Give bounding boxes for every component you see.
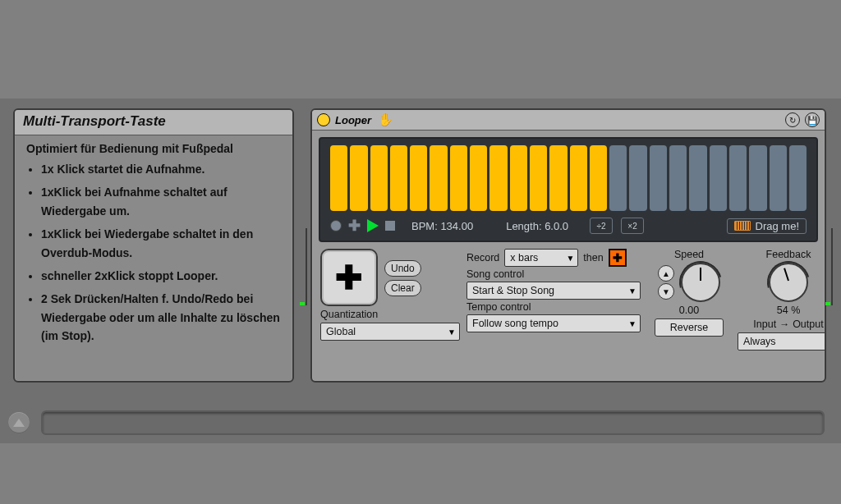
io-monitor-select[interactable]: Always▼	[738, 332, 826, 351]
io-monitor-value: Always	[743, 336, 776, 347]
drag-loop-handle[interactable]: Drag me!	[727, 218, 807, 234]
loop-segment	[330, 145, 347, 211]
loop-segment	[450, 145, 467, 211]
loop-segment	[749, 145, 766, 211]
undo-button[interactable]: Undo	[384, 260, 421, 277]
tempo-control-select[interactable]: Follow song tempo▼	[466, 314, 641, 332]
play-icon[interactable]	[367, 219, 379, 232]
loop-segment	[609, 145, 627, 211]
drag-label: Drag me!	[756, 220, 799, 232]
help-panel-lead: Optimiert für Bedienung mit Fußpedal	[26, 142, 283, 155]
help-item: 1xKlick bei Aufnahme schaltet auf Wieder…	[41, 183, 283, 220]
loop-segment	[430, 145, 447, 211]
loop-segment	[729, 145, 747, 211]
feedback-knob[interactable]	[769, 263, 808, 302]
overdub-icon[interactable]: ✚	[348, 221, 361, 231]
quantization-select[interactable]: Global▼	[320, 323, 460, 341]
length-readout: Length: 6.0.0	[506, 220, 568, 232]
waveform-icon	[734, 221, 751, 231]
loop-segment	[530, 145, 547, 211]
help-item: schneller 2xKlick stoppt Looper.	[41, 267, 283, 285]
tempo-control-value: Follow song tempo	[472, 318, 558, 329]
half-length-button[interactable]: ÷2	[590, 218, 613, 234]
device-left-meter	[301, 228, 307, 305]
device-enable-toggle[interactable]	[317, 113, 330, 126]
looper-device: Looper ✋ ↻ 💾 ✚ BPM: 134.00 Length: 6.0.0	[310, 108, 826, 383]
then-action-button[interactable]: ✚	[609, 249, 627, 267]
bpm-readout: BPM: 134.00	[411, 220, 473, 232]
loop-segment	[470, 145, 487, 211]
loop-segment	[570, 145, 587, 211]
triangle-up-icon	[13, 419, 25, 427]
double-length-button[interactable]: ×2	[621, 218, 644, 234]
loop-segment	[549, 145, 567, 211]
feedback-readout: 54 %	[777, 305, 801, 316]
loop-segment	[390, 145, 407, 211]
speed-label: Speed	[674, 249, 704, 260]
stop-icon[interactable]	[385, 221, 395, 231]
help-item: 1x Klick startet die Aufnahme.	[41, 160, 283, 178]
help-item: 2 Sek Drücken/Halten f. Undo/Redo bei Wi…	[41, 290, 283, 345]
quantization-label: Quantization	[320, 309, 460, 320]
loop-segment	[629, 145, 646, 211]
speed-up-button[interactable]: ▲	[658, 265, 674, 282]
song-control-label: Song control	[466, 268, 639, 280]
song-control-value: Start & Stop Song	[472, 285, 554, 296]
loop-segment	[590, 145, 607, 211]
hand-icon: ✋	[378, 112, 393, 127]
then-label: then	[583, 252, 603, 263]
loop-segment	[489, 145, 507, 211]
arrow-right-icon: →	[779, 318, 789, 330]
speed-down-button[interactable]: ▼	[658, 283, 674, 300]
loop-segment	[410, 145, 427, 211]
loop-segment	[510, 145, 527, 211]
record-icon[interactable]	[330, 220, 342, 231]
speed-readout: 0.00	[679, 305, 699, 316]
help-item: 1xKlick bei Wiedergabe schaltet in den O…	[41, 225, 283, 262]
clear-button[interactable]: Clear	[384, 280, 421, 296]
feedback-label: Feedback	[766, 249, 811, 260]
status-message-field	[41, 410, 825, 435]
help-panel-title: Multi-Transport-Taste	[15, 110, 292, 135]
loop-segment	[350, 145, 367, 211]
input-label: Input	[753, 318, 776, 330]
device-swap-button[interactable]: ↻	[785, 112, 800, 127]
loop-segment	[669, 145, 687, 211]
device-title: Looper	[335, 114, 371, 126]
tempo-control-label: Tempo control	[466, 301, 639, 313]
loop-segment	[710, 145, 727, 211]
help-panel-list: 1x Klick startet die Aufnahme. 1xKlick b…	[26, 160, 283, 346]
speed-knob[interactable]	[681, 263, 720, 302]
status-bar	[0, 407, 841, 438]
quantization-value: Global	[326, 326, 356, 337]
help-panel: Multi-Transport-Taste Optimiert für Bedi…	[13, 108, 294, 383]
loop-segment	[370, 145, 388, 211]
loop-segment	[689, 145, 706, 211]
device-titlebar: Looper ✋ ↻ 💾	[312, 110, 825, 131]
status-indicator-button[interactable]	[8, 412, 30, 433]
multi-transport-button[interactable]: ✚	[320, 249, 378, 306]
loop-segment	[650, 145, 667, 211]
loop-display: ✚ BPM: 134.00 Length: 6.0.0 ÷2 ×2 Drag m…	[319, 137, 818, 242]
loop-segment	[789, 145, 807, 211]
song-control-select[interactable]: Start & Stop Song▼	[466, 282, 641, 300]
record-label: Record	[466, 252, 499, 263]
record-mode-value: x bars	[510, 252, 538, 263]
loop-segment	[770, 145, 787, 211]
device-save-button[interactable]: 💾	[805, 112, 820, 127]
output-label: Output	[793, 318, 824, 330]
record-mode-select[interactable]: x bars▼	[504, 249, 578, 267]
device-right-meter	[826, 228, 833, 305]
reverse-button[interactable]: Reverse	[655, 318, 724, 337]
